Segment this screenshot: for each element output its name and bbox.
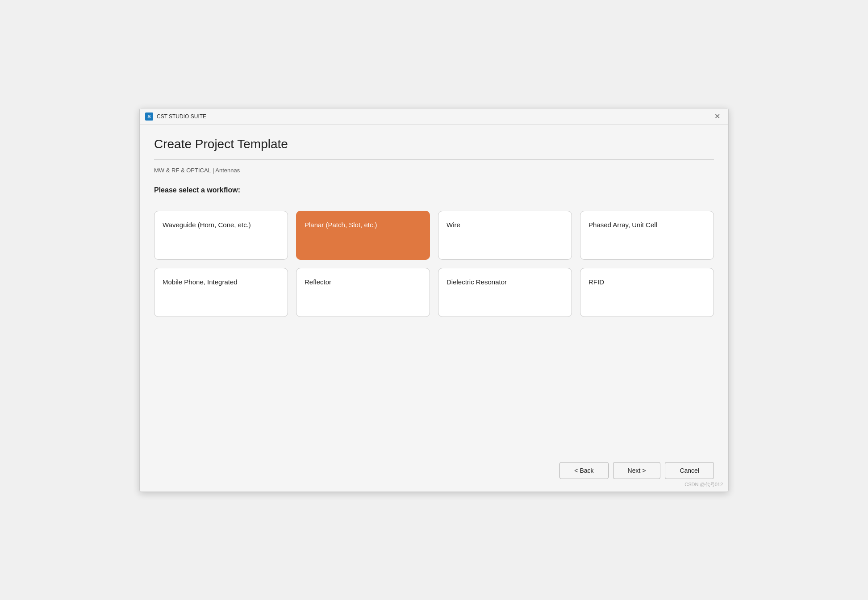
workflow-card-planar[interactable]: Planar (Patch, Slot, etc.) [296,211,430,260]
cancel-button[interactable]: Cancel [665,462,714,479]
workflow-card-dielectric[interactable]: Dielectric Resonator [438,268,572,317]
back-button[interactable]: < Back [559,462,608,479]
close-button[interactable]: ✕ [712,112,723,121]
workflow-card-phased-array[interactable]: Phased Array, Unit Cell [580,211,714,260]
workflow-card-waveguide[interactable]: Waveguide (Horn, Cone, etc.) [154,211,288,260]
next-button[interactable]: Next > [613,462,661,479]
content-area: Create Project Template MW & RF & OPTICA… [140,125,728,492]
workflow-card-rfid[interactable]: RFID [580,268,714,317]
workflow-card-mobile-phone[interactable]: Mobile Phone, Integrated [154,268,288,317]
footer: < Back Next > Cancel [154,455,714,483]
watermark: CSDN @代号012 [684,481,723,488]
page-title: Create Project Template [154,137,714,151]
title-bar-left: S CST STUDIO SUITE [145,112,206,121]
section-divider [154,198,714,198]
title-divider [154,159,714,160]
breadcrumb: MW & RF & OPTICAL | Antennas [154,167,714,174]
main-window: S CST STUDIO SUITE ✕ Create Project Temp… [139,108,729,492]
title-bar-title: CST STUDIO SUITE [157,113,206,120]
workflow-grid: Waveguide (Horn, Cone, etc.) Planar (Pat… [154,211,714,317]
section-title: Please select a workflow: [154,186,714,194]
app-icon: S [145,112,153,121]
workflow-card-reflector[interactable]: Reflector [296,268,430,317]
title-bar: S CST STUDIO SUITE ✕ [140,108,728,125]
workflow-card-wire[interactable]: Wire [438,211,572,260]
